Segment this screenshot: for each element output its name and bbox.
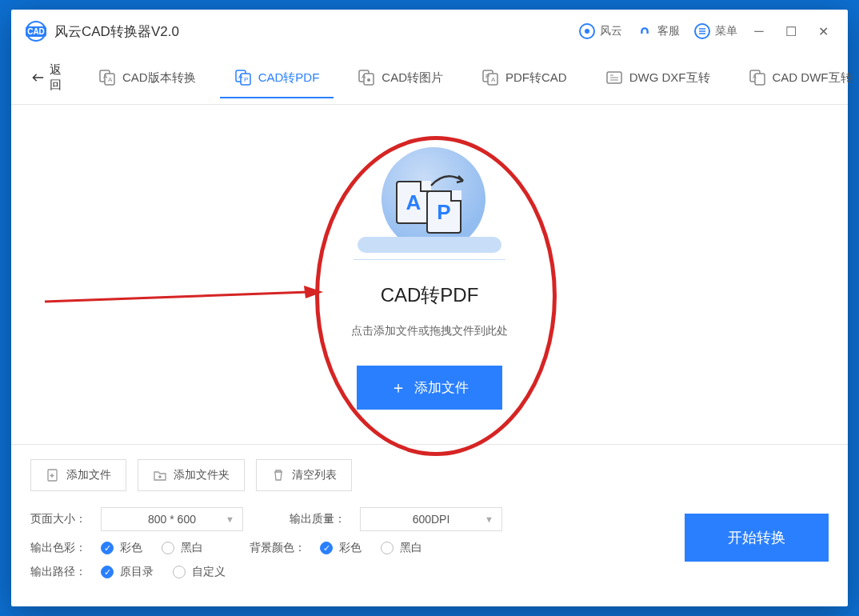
path-label: 输出路径： (30, 565, 90, 579)
folder-plus-icon (153, 468, 167, 482)
svg-text:A: A (362, 73, 366, 80)
cad-image-icon: A (358, 69, 375, 86)
bottom-panel: 添加文件 添加文件夹 清空列表 页面大小： 800 * 600▼ 输出质量： (11, 444, 848, 606)
back-button[interactable]: 返回 (19, 51, 79, 104)
tab-cad-to-pdf[interactable]: AP CAD转PDF (220, 58, 334, 98)
color-label: 输出色彩： (30, 541, 90, 555)
customer-service-button[interactable]: 客服 (637, 23, 680, 39)
svg-rect-19 (755, 74, 765, 85)
cad-pdf-icon: AP (234, 69, 252, 86)
convert-arrow-icon (430, 173, 469, 192)
tab-dwg-dxf[interactable]: DWG DXF互转 (591, 58, 725, 98)
hero: A P CAD转PDF 点击添加文件或拖拽文件到此处 ＋ 添加文件 (350, 139, 509, 410)
svg-point-0 (585, 29, 589, 34)
quality-select[interactable]: 600DPI▼ (360, 507, 502, 531)
app-window: CAD 风云CAD转换器V2.0 风云 客服 菜单 ─ ☐ ✕ 返回 AA CA… (11, 10, 848, 606)
app-logo-icon: CAD (26, 21, 46, 42)
target-icon (579, 23, 595, 39)
path-radio-original[interactable]: 原目录 (101, 565, 154, 579)
chevron-down-icon: ▼ (226, 514, 234, 524)
cad-dwf-icon: A (749, 69, 766, 86)
path-radio-custom[interactable]: 自定义 (173, 565, 226, 579)
hero-subtitle: 点击添加文件或拖拽文件到此处 (351, 324, 508, 338)
svg-point-12 (367, 78, 370, 82)
clear-list-button[interactable]: 清空列表 (256, 459, 352, 491)
file-plus-icon (46, 468, 60, 482)
menu-button[interactable]: 菜单 (694, 23, 737, 39)
add-file-panel-button[interactable]: 添加文件 (30, 459, 126, 491)
svg-text:A: A (238, 73, 243, 80)
tab-cad-dwf[interactable]: A CAD DWF互转 (734, 58, 859, 98)
color-radio-bw[interactable]: 黑白 (162, 541, 203, 555)
tab-pdf-to-cad[interactable]: PA PDF转CAD (467, 58, 581, 98)
svg-text:P: P (485, 73, 489, 80)
doc-p-icon: P (426, 190, 461, 234)
svg-text:A: A (108, 76, 113, 83)
arrow-left-icon (32, 72, 45, 83)
fengyun-button[interactable]: 风云 (579, 23, 622, 39)
dwg-dxf-icon (605, 69, 623, 86)
app-title: 风云CAD转换器V2.0 (54, 22, 179, 41)
page-size-select[interactable]: 800 * 600▼ (101, 507, 243, 531)
chevron-down-icon: ▼ (485, 514, 493, 524)
drop-area[interactable]: A P CAD转PDF 点击添加文件或拖拽文件到此处 ＋ 添加文件 (11, 105, 848, 444)
add-folder-button[interactable]: 添加文件夹 (138, 459, 245, 491)
maximize-button[interactable]: ☐ (781, 24, 801, 39)
add-file-button[interactable]: ＋ 添加文件 (357, 366, 502, 410)
trash-icon (271, 468, 286, 482)
quality-label: 输出质量： (290, 512, 349, 526)
menu-icon (694, 23, 710, 39)
svg-text:A: A (753, 74, 757, 79)
start-convert-button[interactable]: 开始转换 (685, 514, 829, 562)
tab-cad-to-image[interactable]: A CAD转图片 (343, 58, 457, 98)
minimize-button[interactable]: ─ (749, 24, 769, 38)
headset-icon (637, 23, 653, 39)
hero-graphic: A P (350, 139, 509, 259)
titlebar: CAD 风云CAD转换器V2.0 风云 客服 菜单 ─ ☐ ✕ (11, 10, 848, 51)
color-radio-color[interactable]: 彩色 (101, 541, 142, 555)
bg-radio-bw[interactable]: 黑白 (381, 541, 422, 555)
bg-label: 背景颜色： (250, 541, 309, 555)
svg-text:A: A (491, 76, 496, 83)
hero-title: CAD转PDF (381, 282, 479, 308)
plus-icon: ＋ (390, 377, 406, 398)
close-button[interactable]: ✕ (813, 24, 833, 39)
bg-radio-color[interactable]: 彩色 (320, 541, 362, 555)
page-size-label: 页面大小： (30, 512, 90, 526)
pdf-cad-icon: PA (481, 69, 499, 86)
svg-text:P: P (244, 76, 248, 83)
cad-version-icon: AA (98, 69, 116, 86)
tab-cad-version[interactable]: AA CAD版本转换 (84, 58, 210, 98)
toolbar: 返回 AA CAD版本转换 AP CAD转PDF A CAD转图片 PA PDF… (11, 51, 848, 105)
